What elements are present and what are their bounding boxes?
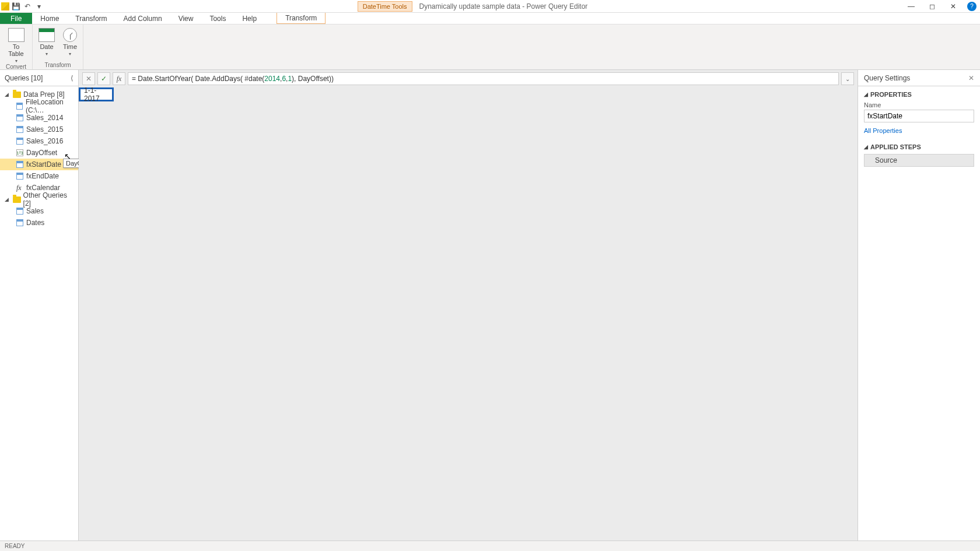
close-button[interactable]: ✕ [943, 0, 964, 13]
menu-help[interactable]: Help [234, 13, 265, 24]
menu-file[interactable]: File [0, 13, 32, 24]
result-cell[interactable]: 1-1-2017 [79, 87, 114, 101]
to-table-button[interactable]: To Table ▾ [8, 28, 24, 64]
formula-fx-button[interactable]: fx [113, 72, 125, 85]
query-label: Sales_2016 [26, 137, 63, 145]
folder-label: Data Prep [8] [23, 90, 65, 99]
maximize-button[interactable]: ◻ [922, 0, 943, 13]
query-name-input[interactable] [864, 110, 974, 122]
folder-icon [13, 196, 21, 203]
formula-commit-button[interactable]: ✓ [97, 72, 110, 85]
query-label: Dates [26, 219, 44, 227]
steps-list: Source [864, 154, 974, 167]
formula-num: 2014 [264, 75, 280, 83]
table-icon [16, 173, 23, 180]
table-icon [16, 219, 23, 226]
folder-other-queries[interactable]: ◢ Other Queries [2] [0, 194, 78, 205]
ribbon: To Table ▾ Convert Date ▾ Time ▾ Transfo… [0, 24, 980, 70]
main-area: ✕ ✓ fx = Date.StartOfYear( Date.AddDays(… [79, 70, 858, 541]
query-sales-2015[interactable]: Sales_2015 [0, 124, 78, 135]
chevron-down-icon: ▾ [46, 51, 48, 57]
folder-icon [13, 92, 21, 98]
menu-context-transform[interactable]: Transform [276, 13, 326, 24]
collapse-pane-icon[interactable]: ⟨ [71, 74, 74, 82]
time-label: Time [63, 43, 77, 50]
group-label-transform: Transform [44, 62, 71, 69]
formula-expand-button[interactable]: ⌄ [841, 72, 854, 85]
all-properties-link[interactable]: All Properties [864, 127, 974, 134]
formula-num: 6 [282, 75, 286, 83]
properties-section: ◢ PROPERTIES Name All Properties [858, 86, 980, 139]
query-sales-2016[interactable]: Sales_2016 [0, 135, 78, 147]
query-dates[interactable]: Dates [0, 217, 78, 229]
table-icon [16, 103, 23, 110]
table-icon [16, 114, 23, 121]
minimize-button[interactable]: — [901, 0, 922, 13]
clock-icon [63, 28, 77, 42]
status-text: READY [5, 543, 24, 549]
table-icon [16, 138, 23, 145]
steps-heading[interactable]: ◢ APPLIED STEPS [864, 143, 974, 150]
ribbon-group-transform: Date ▾ Time ▾ Transform [33, 24, 83, 69]
function-icon: fx [16, 184, 23, 192]
caret-down-icon: ◢ [5, 196, 10, 202]
menu-tools[interactable]: Tools [201, 13, 234, 24]
caret-down-icon: ◢ [864, 144, 868, 150]
close-pane-icon[interactable]: ✕ [968, 74, 974, 82]
table-icon [16, 208, 23, 215]
save-icon[interactable]: 💾 [10, 1, 21, 12]
window-title: Dynamically update sample data - Power Q… [419, 2, 588, 10]
number-icon: 1²3 [16, 149, 23, 156]
date-label: Date [40, 43, 53, 50]
queries-header-text: Queries [10] [5, 74, 43, 82]
calendar-icon [38, 28, 55, 42]
query-label: Sales_2014 [26, 114, 63, 122]
steps-title-text: APPLIED STEPS [870, 143, 921, 150]
menu-bar: File Home Transform Add Column View Tool… [0, 13, 980, 24]
chevron-down-icon: ▾ [69, 51, 71, 57]
queries-header: Queries [10] ⟨ [0, 70, 78, 86]
menu-view[interactable]: View [170, 13, 202, 24]
step-source[interactable]: Source [864, 154, 974, 167]
formula-text: = Date.StartOfYear( Date.AddDays( #date( [132, 75, 264, 83]
query-fxenddate[interactable]: fxEndDate [0, 170, 78, 182]
undo-icon[interactable]: ↶ [22, 1, 33, 12]
properties-heading[interactable]: ◢ PROPERTIES [864, 91, 974, 98]
title-bar: 💾 ↶ ▾ DateTime Tools Dynamically update … [0, 0, 980, 13]
chevron-down-icon: ▾ [15, 58, 18, 64]
settings-header: Query Settings ✕ [858, 70, 980, 86]
query-settings-pane: Query Settings ✕ ◢ PROPERTIES Name All P… [858, 70, 980, 541]
qat-dropdown-icon[interactable]: ▾ [34, 1, 44, 12]
caret-down-icon: ◢ [5, 92, 10, 97]
preview-area: 1-1-2017 [79, 87, 858, 541]
date-button[interactable]: Date ▾ [38, 28, 55, 57]
queries-tree: ◢ Data Prep [8] FileLocation (C:\… Sales… [0, 86, 78, 231]
query-label: Sales_2015 [26, 125, 63, 134]
help-icon[interactable]: ? [967, 2, 977, 11]
menu-home[interactable]: Home [32, 13, 67, 24]
properties-title-text: PROPERTIES [870, 91, 912, 98]
query-dayoffset[interactable]: 1²3DayOffset [0, 147, 78, 159]
caret-down-icon: ◢ [864, 92, 868, 97]
settings-title: Query Settings [864, 74, 910, 82]
query-label: DayOffset [26, 149, 57, 157]
status-bar: READY [0, 541, 980, 551]
folder-label: Other Queries [2] [23, 191, 76, 208]
time-button[interactable]: Time ▾ [63, 28, 77, 57]
name-label: Name [864, 101, 974, 108]
menu-transform[interactable]: Transform [67, 13, 115, 24]
body: Queries [10] ⟨ ◢ Data Prep [8] FileLocat… [0, 70, 980, 541]
formula-cancel-button[interactable]: ✕ [82, 72, 95, 85]
query-filelocation[interactable]: FileLocation (C:\… [0, 100, 78, 112]
menu-add-column[interactable]: Add Column [116, 13, 170, 24]
formula-input[interactable]: = Date.StartOfYear( Date.AddDays( #date(… [128, 72, 839, 85]
app-icon [1, 2, 9, 10]
formula-num: 1 [288, 75, 292, 83]
query-label: FileLocation (C:\… [26, 98, 78, 114]
context-tab-label: DateTime Tools [358, 1, 412, 12]
query-label: fxCalendar [26, 184, 60, 192]
table-icon [8, 28, 24, 42]
formula-text: ), DayOffset)) [292, 75, 334, 83]
to-table-label: To Table [8, 43, 23, 57]
query-label: Sales [26, 207, 44, 215]
